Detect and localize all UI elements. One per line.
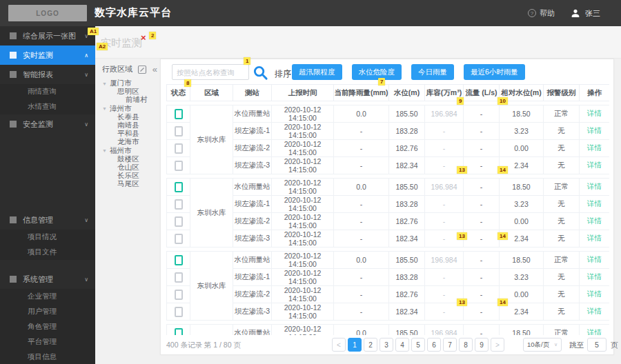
sidebar-item-1[interactable]: 实时监测∧ (0, 46, 95, 65)
prev-page-button[interactable]: < (332, 338, 346, 352)
station-cell: 坝左渗流-2 (233, 140, 272, 157)
relative-level-cell: 18.50 (500, 179, 544, 196)
detail-link[interactable]: 详情 (587, 307, 602, 315)
sidebar-item-13[interactable]: 平台管理 (0, 334, 95, 350)
page-button-5[interactable]: 5 (411, 338, 425, 352)
page-button-7[interactable]: 7 (443, 338, 457, 352)
filter-buttons: 超汛限程度水位危险度今日雨量最近6小时雨量 (292, 64, 525, 80)
user-menu[interactable]: 张三 (570, 8, 600, 19)
annotation-badge-A2: A2 (97, 43, 108, 50)
help-link[interactable]: ? 帮助 (528, 8, 555, 19)
jump-suffix: 页 (611, 341, 618, 350)
sidebar-item-11[interactable]: 用户管理 (0, 304, 95, 319)
status-checkbox[interactable] (175, 126, 183, 136)
status-checkbox[interactable] (175, 307, 183, 317)
menu-square-icon (10, 216, 17, 223)
detail-link[interactable]: 详情 (587, 182, 602, 190)
detail-link[interactable]: 详情 (587, 234, 602, 242)
status-checkbox[interactable] (175, 109, 183, 119)
detail-link[interactable]: 详情 (587, 290, 602, 298)
sidebar-item-14[interactable]: 项目信息 (0, 350, 95, 364)
flow-cell: - (464, 179, 500, 196)
status-checkbox[interactable] (175, 290, 183, 300)
status-checkbox[interactable] (175, 272, 183, 283)
page-button-2[interactable]: 2 (364, 338, 377, 352)
status-cell (167, 252, 190, 269)
alarm-level-cell: 无 (544, 196, 580, 213)
table-row: 坝左渗流-32020-10-12 14:15:00-182.34--2.34无详… (167, 157, 610, 174)
status-checkbox[interactable] (175, 255, 183, 265)
detail-link[interactable]: 详情 (587, 216, 602, 225)
status-checkbox[interactable] (175, 199, 183, 210)
filter-button-1[interactable]: 水位危险度 (352, 64, 402, 80)
status-checkbox[interactable] (175, 143, 183, 154)
flow-cell: - (464, 230, 500, 247)
sidebar-item-7[interactable]: 项目情况 (0, 230, 95, 245)
page-button-6[interactable]: 6 (427, 338, 441, 352)
station-cell: 水位雨量站 (233, 252, 272, 269)
station-cell: 坝左渗流-3 (233, 157, 272, 174)
sidebar-item-0[interactable]: 综合展示一张图∨ (0, 26, 95, 46)
sidebar-item-label: 安全监测 (23, 119, 84, 130)
capacity-cell: 196.984 (425, 105, 464, 123)
sidebar-item-2[interactable]: 智能报表∨ (0, 65, 95, 84)
sidebar-item-9[interactable]: 系统管理∨ (0, 270, 95, 289)
page-button-3[interactable]: 3 (379, 338, 393, 352)
detail-link[interactable]: 详情 (587, 143, 602, 152)
capacity-cell: 196.984 (425, 179, 464, 196)
detail-link[interactable]: 详情 (587, 161, 602, 169)
sidebar-item-12[interactable]: 角色管理 (0, 319, 95, 334)
status-checkbox[interactable] (175, 161, 183, 171)
sidebar-item-8[interactable]: 项目文件 (0, 245, 95, 260)
detail-link[interactable]: 详情 (587, 109, 602, 117)
page-button-8[interactable]: 8 (459, 338, 473, 352)
status-checkbox[interactable] (175, 216, 183, 227)
status-cell (167, 123, 190, 140)
filter-button-2[interactable]: 今日雨量 (411, 64, 454, 80)
logo[interactable]: LOGO (8, 5, 87, 21)
filter-button-0[interactable]: 超汛限程度 (292, 64, 342, 80)
sidebar-item-3[interactable]: 雨情查询 (0, 84, 95, 99)
sidebar-item-6[interactable]: 信息管理∨ (0, 210, 95, 230)
page-button-4[interactable]: 4 (395, 338, 409, 352)
status-checkbox[interactable] (175, 182, 183, 192)
water-level-cell: 185.50 (389, 179, 425, 196)
filter-button-3[interactable]: 最近6小时雨量 (464, 64, 525, 80)
station-cell: 坝左渗流-1 (233, 196, 272, 213)
sidebar-item-4[interactable]: 水情查询 (0, 99, 95, 114)
next-page-button[interactable]: > (491, 338, 504, 352)
action-cell: 详情 (580, 213, 610, 230)
detail-link[interactable]: 详情 (587, 199, 602, 208)
sidebar-item-10[interactable]: 企业管理 (0, 289, 95, 304)
detail-link[interactable]: 详情 (587, 272, 602, 281)
annotation-badge-10: 10 (497, 97, 508, 105)
relative-level-cell: 3.23 (500, 123, 544, 140)
detail-link[interactable]: 详情 (587, 255, 602, 263)
jump-page-input[interactable] (587, 338, 607, 352)
page-button-1[interactable]: 1 (348, 338, 362, 352)
menu-square-icon (10, 32, 17, 39)
collapse-panel-icon[interactable]: « (152, 66, 157, 73)
detail-link[interactable]: 详情 (587, 126, 602, 134)
edit-icon[interactable] (137, 65, 147, 74)
page-button-9[interactable]: 9 (475, 338, 489, 352)
user-name: 张三 (585, 8, 600, 19)
page-size-select[interactable]: 10条/页 ∨ (523, 338, 562, 352)
search-input[interactable] (172, 64, 249, 80)
annotation-badge-7: 7 (378, 78, 385, 85)
chevron-up-icon: ∧ (84, 52, 88, 59)
sidebar-item-5[interactable]: 安全监测∨ (0, 114, 95, 134)
action-cell: 详情 (580, 196, 610, 213)
water-level-cell: 182.76 (389, 286, 425, 303)
chevron-down-icon: ∨ (84, 121, 88, 128)
station-cell: 坝左渗流-1 (233, 269, 272, 286)
tree-node-12[interactable]: 马尾区 (102, 180, 160, 188)
action-cell: 详情 (580, 286, 610, 303)
sidebar-item-label: 水情查询 (28, 102, 95, 112)
sidebar-item-label: 角色管理 (28, 322, 95, 332)
alarm-level-cell: 无 (544, 213, 580, 230)
sidebar-item-label: 智能报表 (23, 70, 84, 80)
search-icon[interactable] (253, 65, 268, 83)
status-cell (167, 286, 190, 303)
status-checkbox[interactable] (175, 234, 183, 244)
